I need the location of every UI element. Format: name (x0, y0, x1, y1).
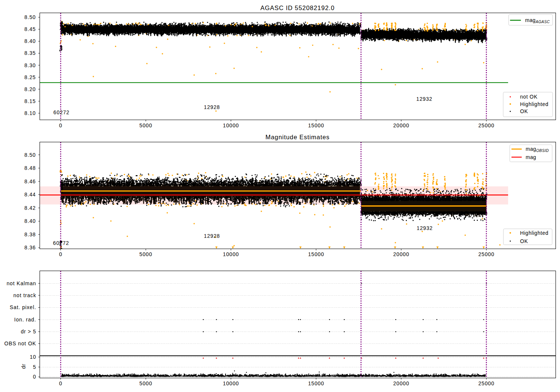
svg-text:8.48: 8.48 (24, 165, 36, 171)
svg-text:OBS not OK: OBS not OK (4, 340, 36, 346)
svg-text:AGASC ID 552082192.0: AGASC ID 552082192.0 (261, 4, 335, 12)
svg-text:12932: 12932 (417, 225, 433, 231)
svg-text:0: 0 (59, 380, 62, 386)
svg-text:Highlighted: Highlighted (520, 230, 548, 236)
svg-text:5: 5 (33, 364, 36, 370)
svg-text:25000: 25000 (478, 380, 494, 386)
svg-text:8.38: 8.38 (24, 231, 36, 237)
svg-text:mag: mag (526, 154, 536, 160)
svg-text:8.50: 8.50 (24, 152, 36, 158)
svg-text:8.42: 8.42 (24, 205, 36, 211)
svg-text:OK: OK (520, 108, 528, 114)
svg-text:0: 0 (59, 122, 62, 128)
svg-text:60272: 60272 (53, 240, 69, 246)
svg-text:8.20: 8.20 (24, 86, 36, 92)
svg-text:OK: OK (520, 238, 528, 244)
svg-text:5000: 5000 (139, 251, 152, 257)
svg-text:25000: 25000 (478, 251, 494, 257)
svg-text:12932: 12932 (416, 96, 432, 102)
svg-text:60272: 60272 (53, 109, 69, 115)
svg-text:8.35: 8.35 (24, 50, 36, 56)
svg-text:0: 0 (59, 251, 62, 257)
svg-text:8.40: 8.40 (24, 218, 36, 224)
svg-text:Magnitude Estimates: Magnitude Estimates (265, 134, 330, 141)
svg-text:20000: 20000 (393, 380, 409, 386)
svg-text:8.45: 8.45 (24, 26, 36, 32)
svg-text:8.10: 8.10 (24, 110, 36, 116)
svg-text:Sat. pixel.: Sat. pixel. (10, 304, 36, 310)
svg-text:not track: not track (13, 292, 36, 298)
svg-text:8.36: 8.36 (24, 245, 36, 251)
svg-text:10000: 10000 (223, 251, 239, 257)
svg-text:25000: 25000 (478, 122, 494, 128)
svg-text:10000: 10000 (223, 122, 239, 128)
svg-text:dr > 5: dr > 5 (21, 329, 36, 335)
svg-text:12928: 12928 (204, 233, 220, 239)
svg-text:8.46: 8.46 (24, 178, 36, 184)
svg-text:Highlighted: Highlighted (520, 101, 548, 107)
svg-text:not Kalman: not Kalman (7, 280, 36, 286)
svg-text:8.40: 8.40 (24, 38, 36, 44)
svg-text:Ion. rad.: Ion. rad. (14, 317, 36, 323)
svg-text:5000: 5000 (139, 122, 152, 128)
svg-text:8.50: 8.50 (24, 14, 36, 20)
svg-text:5000: 5000 (139, 380, 152, 386)
svg-text:15000: 15000 (308, 380, 324, 386)
svg-text:8.25: 8.25 (24, 74, 36, 80)
svg-text:not OK: not OK (520, 94, 538, 100)
svg-text:10: 10 (30, 354, 36, 360)
svg-text:0: 0 (33, 374, 36, 380)
svg-text:12928: 12928 (204, 104, 220, 110)
svg-text:20000: 20000 (393, 251, 409, 257)
svg-text:8.30: 8.30 (24, 62, 36, 68)
svg-text:20000: 20000 (393, 122, 409, 128)
svg-text:10000: 10000 (223, 380, 239, 386)
svg-text:dr: dr (21, 364, 27, 369)
svg-text:15000: 15000 (308, 122, 324, 128)
svg-text:8.44: 8.44 (24, 192, 36, 197)
svg-text:15000: 15000 (308, 251, 324, 257)
svg-text:8.15: 8.15 (24, 98, 36, 104)
